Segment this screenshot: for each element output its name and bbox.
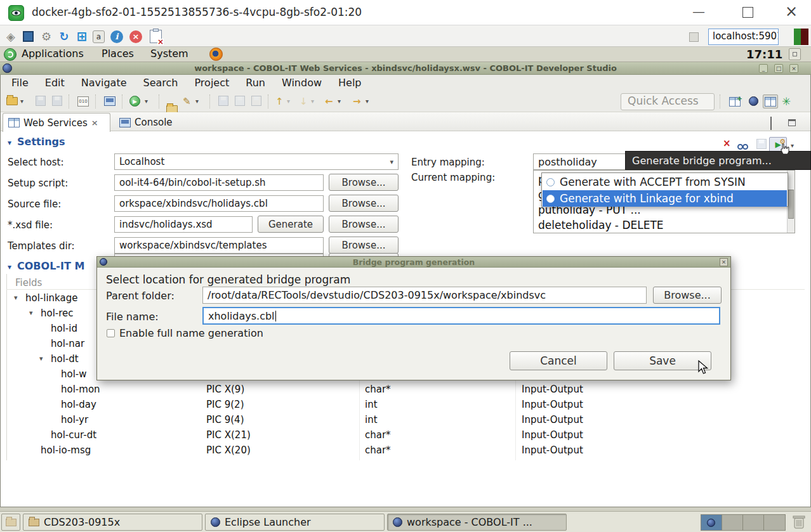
workspace-2[interactable] [722, 515, 743, 530]
menu-item-accept-sysin[interactable]: Generate with ACCEPT from SYSIN [543, 174, 787, 190]
menu-file[interactable]: File [3, 77, 37, 89]
minimize-button[interactable]: — [689, 5, 708, 18]
menu-applications[interactable]: Applications [22, 48, 84, 60]
table-perspective-icon[interactable] [763, 94, 778, 108]
tab-close-icon[interactable]: × [91, 118, 98, 127]
taskbar-item-workspace[interactable]: workspace - COBOL-IT ... [387, 514, 567, 531]
entry-mapping-combo[interactable]: postholiday [533, 153, 626, 170]
open-console-icon[interactable] [104, 96, 115, 106]
binary-display-icon[interactable]: 010 [77, 96, 89, 107]
address-options-button[interactable] [689, 32, 699, 42]
connection-options-icon[interactable]: ◈ [4, 30, 18, 43]
new-wizard-icon[interactable] [6, 97, 18, 105]
distro-menu-icon[interactable] [4, 48, 16, 61]
generate-dropdown-icon[interactable]: ▾ [791, 139, 794, 152]
vnc-address-input[interactable]: localhost:5901 [708, 29, 779, 45]
disabled-icon-c[interactable] [251, 96, 261, 106]
xsd-browse-button[interactable]: Browse... [329, 216, 399, 233]
quick-access-input[interactable]: Quick Access [621, 93, 715, 110]
tab-console[interactable]: Console [113, 113, 179, 132]
run-service-icon[interactable]: ▶ [129, 96, 140, 107]
eclipse-maximize-button[interactable]: □ [774, 64, 783, 73]
refresh-icon[interactable]: ↻ [57, 30, 71, 43]
tree-row[interactable]: hol-cur-dt PIC X(21) char* Input-Output [0, 427, 805, 443]
parent-folder-input[interactable]: /root/data/RECTools/devstudio/CDS203-091… [202, 287, 647, 304]
clipboard-icon[interactable]: × [150, 30, 162, 43]
menu-item-linkage-xbind[interactable]: Generate with Linkage for xbind [543, 190, 787, 207]
full-name-checkbox[interactable] [107, 329, 115, 337]
annotate-dropdown-icon[interactable]: ▾ [195, 95, 199, 108]
back-icon[interactable]: ← [325, 95, 333, 108]
panel-hide-button[interactable] [789, 48, 801, 60]
cancel-button[interactable]: Cancel [510, 351, 607, 370]
menu-project[interactable]: Project [187, 77, 238, 89]
taskbar-item-eclipse-launcher[interactable]: Eclipse Launcher [205, 514, 385, 531]
show-desktop-button[interactable] [1, 514, 20, 531]
menu-places[interactable]: Places [102, 48, 134, 60]
setup-script-input[interactable]: ool-it4-64/bin/cobol-it-setup.sh [114, 174, 324, 191]
last-edit-icon[interactable]: ↑ [275, 95, 284, 108]
forward-dropdown-icon[interactable]: ▾ [366, 95, 369, 108]
send-key-icon[interactable]: a [93, 30, 105, 43]
mapper-twisty-icon[interactable]: ▾ [8, 263, 11, 271]
menu-edit[interactable]: Edit [37, 77, 73, 89]
menu-navigate[interactable]: Navigate [73, 77, 135, 89]
last-edit-dropdown-icon[interactable]: ▾ [287, 95, 290, 108]
save-button[interactable]: Save [614, 351, 711, 370]
dialog-close-icon[interactable]: × [720, 258, 728, 266]
open-perspective-icon[interactable]: + [727, 94, 742, 108]
eclipse-minimize-button[interactable]: _ [759, 64, 768, 73]
select-host-combo[interactable]: Localhost▾ [114, 153, 399, 170]
run-dropdown-icon[interactable]: ▾ [145, 95, 148, 108]
settings-gear-icon[interactable]: ⚙ [39, 30, 53, 43]
templates-browse-button[interactable]: Browse... [329, 237, 399, 254]
next-annotation-dropdown-icon[interactable]: ▾ [311, 95, 314, 108]
xsd-file-input[interactable]: indsvc/holidays.xsd [114, 216, 253, 233]
trash-icon[interactable] [792, 514, 806, 530]
maximize-button[interactable] [742, 7, 753, 18]
menu-run[interactable]: Run [237, 77, 274, 89]
tab-web-services[interactable]: Web Services × [3, 113, 110, 132]
source-file-browse-button[interactable]: Browse... [329, 195, 399, 212]
disabled-icon-a[interactable] [218, 96, 228, 106]
disconnect-icon[interactable]: × [129, 30, 142, 43]
maximize-view-icon[interactable] [788, 117, 798, 126]
generate-bridge-program-button[interactable]: ▶⚙ [769, 137, 787, 152]
tree-row[interactable]: hol-io-msg PIC X(20) char* Input-Output [0, 443, 805, 458]
file-name-input[interactable]: xholidays.cbl [202, 307, 720, 325]
dialog-browse-button[interactable]: Browse... [653, 287, 722, 304]
save-mapping-icon[interactable] [756, 139, 767, 149]
cobol-perspective-icon[interactable] [749, 96, 758, 106]
workspace-4[interactable] [764, 515, 785, 530]
source-file-input[interactable]: orkspace/xbindsvc/holidays.cbl [114, 195, 324, 212]
eclipse-close-button[interactable]: × [789, 64, 798, 73]
save-all-icon[interactable] [52, 96, 62, 106]
scrollbar-thumb[interactable] [788, 190, 794, 219]
fullscreen-icon[interactable] [23, 31, 34, 42]
menu-search[interactable]: Search [135, 77, 187, 89]
menu-system[interactable]: System [150, 48, 188, 60]
info-icon[interactable]: i [110, 30, 123, 43]
tree-row[interactable]: hol-mon PIC X(9) char* Input-Output [0, 382, 805, 397]
expander-icon[interactable]: ▾ [29, 306, 33, 321]
menu-window[interactable]: Window [274, 77, 330, 89]
annotate-brush-icon[interactable]: ✎ [183, 95, 191, 108]
next-annotation-icon[interactable]: ↓ [300, 95, 308, 108]
workspace-1[interactable] [701, 515, 722, 530]
back-dropdown-icon[interactable]: ▾ [338, 95, 341, 108]
list-item[interactable]: deleteholiday - DELETE [534, 217, 786, 233]
taskbar-item-file-manager[interactable]: CDS203-0915x [23, 514, 202, 531]
minimize-view-icon[interactable] [770, 117, 781, 126]
templates-dir-input[interactable]: workspace/xbindsvc/templates [114, 237, 324, 254]
sparkle-perspective-icon[interactable]: ✳ [782, 95, 791, 108]
disabled-icon-b[interactable] [235, 96, 245, 106]
remove-mapping-icon[interactable]: × [723, 138, 731, 149]
expander-icon[interactable]: ▾ [14, 290, 18, 306]
ctrl-alt-del-windows-icon[interactable]: ⊞ [75, 30, 89, 43]
menu-help[interactable]: Help [330, 77, 369, 89]
expander-icon[interactable]: ▾ [39, 351, 43, 367]
setup-script-browse-button[interactable]: Browse... [329, 174, 399, 191]
close-button[interactable]: × [782, 5, 801, 18]
forward-icon[interactable]: → [353, 95, 361, 108]
firefox-icon[interactable] [209, 48, 223, 61]
